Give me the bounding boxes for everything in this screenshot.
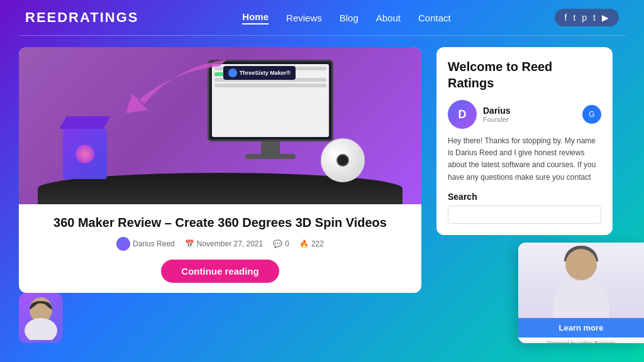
comments-meta: 💬 0 xyxy=(273,239,289,248)
box-circle xyxy=(75,145,94,163)
nav-home[interactable]: Home xyxy=(242,11,269,25)
video-popup-header xyxy=(518,243,644,318)
box-top xyxy=(59,116,111,129)
sidebar-author-role: Founder xyxy=(483,116,576,123)
sidebar-welcome-title: Welcome to Reed Ratings xyxy=(448,58,601,91)
article-title: 360 Maker Review – Create 360 Degrees 3D… xyxy=(31,214,409,231)
author-info: Darius Founder xyxy=(483,106,576,123)
calendar-icon: 📅 xyxy=(185,239,194,248)
nav-about[interactable]: About xyxy=(376,13,401,23)
pinterest-icon[interactable]: p xyxy=(582,13,587,23)
box-front xyxy=(63,129,107,179)
product-badge: ThreeSixty Maker® xyxy=(223,66,296,80)
author-meta: Darius Reed xyxy=(116,237,175,251)
powered-by-label: Powered by Video Reviews xyxy=(518,337,644,343)
facebook-icon[interactable]: f xyxy=(565,13,567,23)
svg-point-1 xyxy=(25,318,57,340)
person-head xyxy=(565,249,597,280)
camera-ball xyxy=(321,138,365,182)
search-input[interactable] xyxy=(448,206,601,224)
nav-contact[interactable]: Contact xyxy=(418,13,451,23)
comments-count: 0 xyxy=(285,239,289,248)
video-popup: Learn more Powered by Video Reviews xyxy=(518,243,644,343)
logo: ReedRatings xyxy=(25,9,139,26)
camera-lens xyxy=(336,154,349,167)
views-icon: 🔥 xyxy=(299,239,309,248)
sidebar-description: Hey there! Thanks for stopping by. My na… xyxy=(448,135,601,185)
welcome-card: Welcome to Reed Ratings D Darius Founder… xyxy=(436,47,613,235)
continue-reading-container: Continue reading xyxy=(31,260,409,283)
learn-more-button[interactable]: Learn more xyxy=(518,318,644,337)
twitter-icon[interactable]: t xyxy=(573,13,575,23)
main-nav: Home Reviews Blog About Contact xyxy=(242,11,450,25)
monitor-stand xyxy=(261,141,280,154)
article-date: November 27, 2021 xyxy=(197,239,263,248)
bottom-left-avatar xyxy=(19,293,63,343)
nav-blog[interactable]: Blog xyxy=(340,13,358,23)
author-row: D Darius Founder G xyxy=(448,100,601,129)
article-image: ThreeSixty Maker® xyxy=(19,47,421,204)
monitor-base xyxy=(245,154,296,159)
sidebar-author-avatar: D xyxy=(448,100,477,129)
person-body xyxy=(553,280,609,318)
sidebar-author-name: Darius xyxy=(483,106,576,116)
author-name: Darius Reed xyxy=(133,239,175,248)
screen-bar-3 xyxy=(214,84,326,87)
tumblr-icon[interactable]: t xyxy=(593,13,596,23)
youtube-icon[interactable]: ▶ xyxy=(602,13,609,23)
avatar-illustration xyxy=(22,296,60,340)
header: ReedRatings Home Reviews Blog About Cont… xyxy=(0,0,644,35)
views-meta: 🔥 222 xyxy=(299,239,324,248)
author-social-btn[interactable]: G xyxy=(582,105,601,124)
author-avatar-small xyxy=(116,237,130,251)
product-box xyxy=(57,116,113,179)
nav-reviews[interactable]: Reviews xyxy=(286,13,322,23)
badge-icon xyxy=(228,69,237,77)
views-count: 222 xyxy=(311,239,324,248)
article-meta: Darius Reed 📅 November 27, 2021 💬 0 🔥 22… xyxy=(31,237,409,251)
continue-reading-button[interactable]: Continue reading xyxy=(161,260,279,283)
comment-icon: 💬 xyxy=(273,239,282,248)
article-card: ThreeSixty Maker® xyxy=(19,47,421,293)
search-label: Search xyxy=(448,192,601,202)
date-meta: 📅 November 27, 2021 xyxy=(185,239,263,248)
social-icons-bar: f t p t ▶ xyxy=(555,9,619,26)
article-body: 360 Maker Review – Create 360 Degrees 3D… xyxy=(19,204,421,293)
